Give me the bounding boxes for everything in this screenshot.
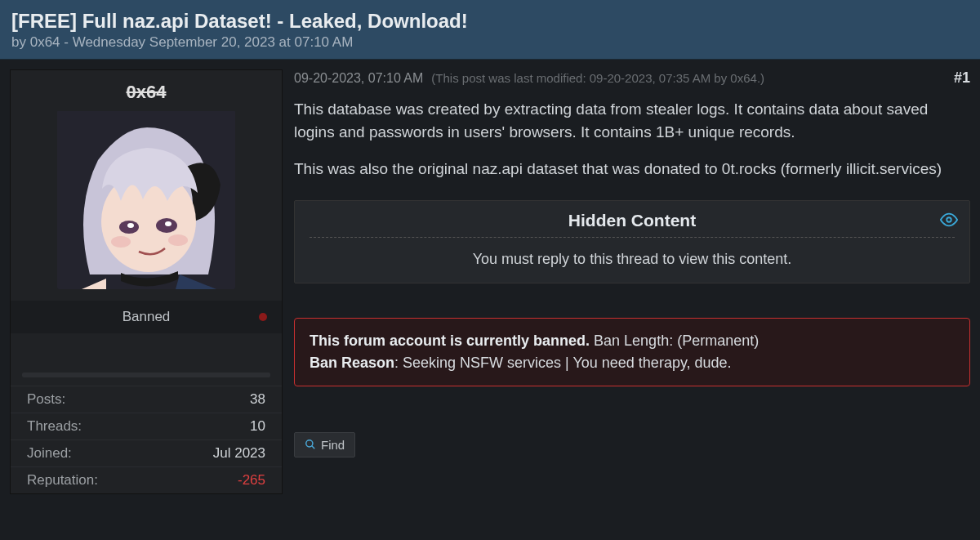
- hidden-content-message: You must reply to this thread to view th…: [310, 251, 955, 268]
- find-button[interactable]: Find: [294, 432, 355, 457]
- search-icon: [305, 439, 316, 450]
- stat-posts-value[interactable]: 38: [250, 391, 265, 408]
- svg-point-5: [165, 221, 172, 226]
- stat-reputation-value[interactable]: -265: [238, 472, 265, 489]
- ban-notice: This forum account is currently banned. …: [294, 318, 970, 386]
- svg-line-10: [312, 446, 315, 449]
- svg-point-4: [127, 223, 134, 228]
- hidden-content-box: Hidden Content You must reply to this th…: [294, 200, 970, 283]
- svg-point-6: [111, 236, 131, 248]
- stat-posts: Posts: 38: [11, 386, 282, 413]
- thread-byline: by 0x64 - Wednesday September 20, 2023 a…: [11, 34, 969, 51]
- offline-indicator-icon: [259, 313, 267, 321]
- post-paragraph: This was also the original naz.api datas…: [294, 158, 970, 181]
- svg-point-8: [947, 217, 951, 222]
- stat-threads: Threads: 10: [11, 413, 282, 440]
- author-sidebar: 0x64: [10, 69, 283, 494]
- stat-threads-value[interactable]: 10: [250, 418, 265, 435]
- avatar[interactable]: [57, 111, 235, 289]
- thread-title: [FREE] Full naz.api Dataset! - Leaked, D…: [11, 10, 969, 33]
- post-body: This database was created by extracting …: [294, 98, 970, 181]
- author-username[interactable]: 0x64: [11, 70, 282, 111]
- post-paragraph: This database was created by extracting …: [294, 98, 970, 143]
- svg-point-7: [168, 234, 188, 246]
- post-number[interactable]: #1: [954, 69, 970, 87]
- post-edited-note: (This post was last modified: 09-20-2023…: [431, 71, 764, 85]
- post-timestamp: 09-20-2023, 07:10 AM: [294, 71, 423, 86]
- svg-point-9: [306, 440, 313, 447]
- stat-reputation: Reputation: -265: [11, 466, 282, 493]
- stat-joined: Joined: Jul 2023: [11, 440, 282, 466]
- hidden-content-title: Hidden Content: [310, 211, 955, 238]
- thread-header: [FREE] Full naz.api Dataset! - Leaked, D…: [0, 0, 980, 60]
- stats-divider-bar: [22, 373, 270, 377]
- author-status: Banned: [11, 301, 282, 333]
- eye-icon[interactable]: [940, 211, 958, 232]
- post-main: 09-20-2023, 07:10 AM (This post was last…: [294, 69, 970, 494]
